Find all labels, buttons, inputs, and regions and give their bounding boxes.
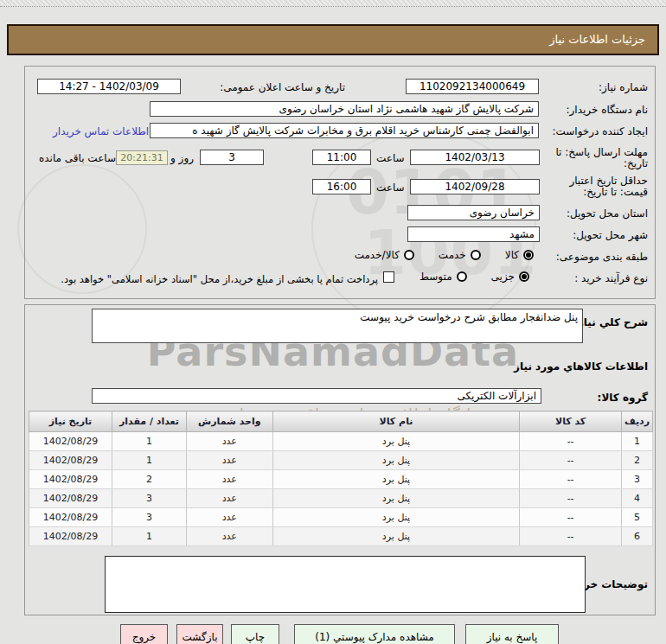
top-dotted-divider	[0, 6, 666, 7]
goods-info-panel: شرح کلي نیاز: پنل ضدانفجار مطابق شرح درخ…	[24, 304, 656, 615]
radio-option-goods-service[interactable]: کالا/خدمت	[355, 249, 414, 261]
buyer-contact-link[interactable]: اطلاعات تماس خریدار	[53, 125, 149, 137]
buyer-notes-field	[105, 556, 586, 613]
table-row: 2 -- پنل برد عدد 1 1402/08/29	[29, 451, 653, 470]
radio-icon[interactable]	[457, 271, 467, 282]
cell-quantity: 1	[112, 451, 186, 470]
table-row: 6 -- پنل برد عدد 1 1402/08/29	[29, 527, 653, 546]
cell-item-code: --	[520, 489, 622, 508]
request-creator-label: ایجاد کننده درخواست:	[552, 125, 648, 137]
remaining-days-label: روز و	[170, 152, 194, 164]
need-number-label: شماره نیاز:	[599, 81, 648, 93]
delivery-province-label: استان محل تحویل:	[567, 207, 648, 220]
cell-unit: عدد	[186, 432, 272, 451]
cell-item-code: --	[520, 527, 622, 546]
radio-option-label: کالا/خدمت	[355, 249, 400, 261]
table-row: 1 -- پنل برد عدد 1 1402/08/29	[29, 432, 653, 451]
general-info-panel: شماره نیاز: 1102092134000649 تاریخ و ساع…	[24, 66, 656, 299]
price-validity-label: حداقل تاریخ اعتبار قیمت: تا تاریخ:	[542, 175, 648, 198]
need-details-page: 0101 1001 جزئیات اطلاعات نیاز شماره نیاز…	[0, 0, 666, 644]
radio-selected-icon[interactable]	[519, 271, 529, 282]
need-description-label: شرح کلي نیاز:	[573, 316, 648, 328]
treasury-checkbox[interactable]	[383, 271, 394, 283]
price-validity-date-field: 1402/09/28	[410, 179, 540, 194]
buyer-org-label: نام دستگاه خریدار:	[567, 104, 649, 116]
col-header-quantity: تعداد / مقدار	[112, 411, 186, 432]
purchase-type-label: نوع فرآیند خرید :	[574, 272, 648, 284]
goods-section-heading: اطلاعات کالاهاي مورد نیاز	[514, 360, 648, 373]
announce-datetime-field: 1402/03/09 - 14:27	[37, 79, 181, 94]
cell-need-date: 1402/08/29	[29, 432, 112, 451]
cell-item-code: --	[520, 432, 622, 451]
cell-item-code: --	[520, 508, 622, 527]
cell-quantity: 3	[112, 489, 186, 508]
treasury-note-label: پرداخت تمام یا بخشی از مبلغ خرید،از محل …	[46, 273, 378, 285]
goods-group-field: ابزارآلات الکتریکی	[92, 388, 541, 404]
table-row: 4 -- پنل برد عدد 3 1402/08/29	[29, 489, 653, 508]
cell-item-name: پنل برد	[272, 508, 519, 527]
cell-row-number: 4	[622, 489, 653, 508]
remaining-days-field: 3	[200, 150, 264, 165]
cell-quantity: 1	[112, 527, 186, 546]
cell-row-number: 1	[622, 432, 653, 451]
goods-table-header-row: ردیف کد کالا نام کالا واحد شمارش تعداد /…	[29, 411, 653, 432]
col-header-item-code: کد کالا	[520, 411, 622, 432]
print-button[interactable]: چاپ	[231, 624, 279, 644]
cell-need-date: 1402/08/29	[29, 470, 112, 489]
reply-deadline-label: مهلت ارسال پاسخ: تا تاریخ:	[546, 147, 648, 169]
purchase-type-radio-group: جزیی متوسط	[402, 271, 529, 283]
cell-item-code: --	[520, 451, 622, 470]
delivery-city-label: شهر محل تحویل:	[573, 229, 648, 241]
col-header-row-number: ردیف	[622, 411, 653, 432]
view-attachments-button[interactable]: مشاهده مدارک پیوستي (1)	[294, 624, 455, 644]
radio-option-label: جزیی	[491, 271, 515, 283]
reply-to-need-button[interactable]: پاسخ به نیاز	[465, 624, 559, 644]
goods-group-label: گروه کالا:	[598, 392, 648, 404]
cell-item-name: پنل برد	[272, 451, 519, 470]
need-description-field: پنل ضدانفجار مطابق شرح درخواست خرید پیوس…	[92, 309, 583, 343]
cell-item-code: --	[520, 470, 622, 489]
cell-unit: عدد	[186, 508, 272, 527]
cell-quantity: 2	[112, 470, 186, 489]
col-header-unit: واحد شمارش	[186, 411, 272, 432]
radio-option-service[interactable]: خدمت	[439, 249, 481, 261]
table-row: 5 -- پنل برد عدد 3 1402/08/29	[29, 508, 653, 527]
cell-need-date: 1402/08/29	[29, 527, 112, 546]
cell-need-date: 1402/08/29	[29, 508, 112, 527]
delivery-city-field: مشهد	[407, 226, 540, 242]
cell-row-number: 5	[622, 508, 653, 527]
cell-quantity: 3	[112, 508, 186, 527]
need-number-field: 1102092134000649	[406, 79, 539, 94]
countdown-timer: 20:21:31	[116, 150, 168, 165]
exit-button[interactable]: خروج	[120, 624, 168, 644]
radio-option-medium[interactable]: متوسط	[419, 271, 467, 283]
subject-class-radio-group: کالا خدمت کالا/خدمت	[337, 249, 534, 261]
reply-deadline-date-field: 1402/03/13	[410, 150, 540, 165]
cell-item-name: پنل برد	[272, 489, 519, 508]
top-texture-strip	[0, 0, 666, 5]
radio-selected-icon[interactable]	[523, 250, 534, 260]
radio-option-label: خدمت	[439, 249, 466, 261]
announce-datetime-label: تاریخ و ساعت اعلان عمومی:	[220, 81, 345, 93]
radio-option-label: متوسط	[419, 271, 452, 283]
radio-option-minor[interactable]: جزیی	[491, 271, 529, 283]
radio-option-label: کالا	[505, 249, 519, 261]
cell-unit: عدد	[186, 470, 272, 489]
col-header-item-name: نام کالا	[272, 411, 519, 432]
price-validity-hour-label: ساعت	[376, 182, 405, 194]
radio-icon[interactable]	[471, 250, 481, 260]
subject-class-label: طبقه بندی موضوعی:	[556, 251, 648, 263]
remaining-hours-label: ساعت باقی مانده	[39, 152, 116, 164]
cell-unit: عدد	[186, 527, 272, 546]
price-validity-time-field: 16:00	[312, 179, 371, 194]
reply-deadline-hour-label: ساعت	[376, 152, 405, 164]
radio-icon[interactable]	[404, 250, 414, 260]
cell-row-number: 3	[622, 470, 653, 489]
back-button[interactable]: بازگشت	[176, 624, 223, 644]
cell-unit: عدد	[186, 451, 272, 470]
delivery-province-field: خراسان رضوی	[407, 205, 540, 220]
cell-row-number: 2	[622, 451, 653, 470]
buyer-org-field: شرکت پالایش گاز شهید هاشمی نژاد استان خر…	[150, 101, 539, 117]
cell-row-number: 6	[622, 527, 653, 546]
radio-option-goods[interactable]: کالا	[505, 249, 534, 261]
